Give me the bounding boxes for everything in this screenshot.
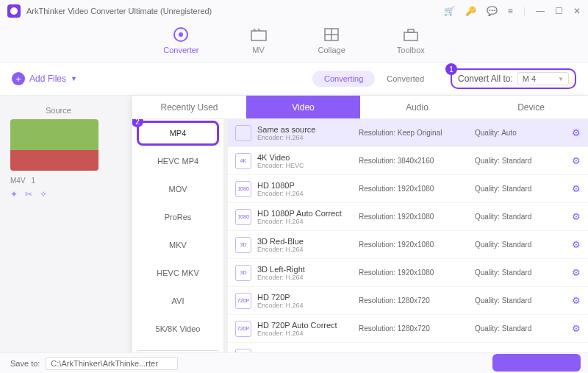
key-icon[interactable]: 🔑 xyxy=(465,6,476,16)
tab-device[interactable]: Device xyxy=(474,96,588,119)
format-mp4[interactable]: 2 MP4 xyxy=(137,121,219,146)
format-panel: Recently Used Video Audio Device 2 MP4 H… xyxy=(132,96,588,371)
app-title: ArkThinker Video Converter Ultimate (Unr… xyxy=(26,7,444,15)
preset-row[interactable]: 3D 3D Left-RightEncoder: H.264 Resolutio… xyxy=(228,259,588,287)
top-nav: Converter MV Collage Toolbox xyxy=(0,22,588,62)
preset-icon: 720P xyxy=(235,293,251,309)
menu-icon[interactable]: ≡ xyxy=(508,6,513,16)
app-logo-icon xyxy=(7,4,21,18)
save-to-label: Save to: xyxy=(10,359,40,368)
close-icon[interactable]: ✕ xyxy=(573,6,581,16)
svg-rect-7 xyxy=(408,29,414,32)
format-hevc-mp4[interactable]: HEVC MP4 xyxy=(132,147,223,175)
cut-icon[interactable]: ✂ xyxy=(25,189,32,199)
gear-icon[interactable]: ⚙ xyxy=(572,155,581,166)
chevron-down-icon: ▼ xyxy=(558,76,564,82)
preset-row[interactable]: 1080 HD 1080PEncoder: H.264 Resolution: … xyxy=(228,175,588,203)
enhance-icon[interactable]: ✧ xyxy=(40,189,47,199)
gear-icon[interactable]: ⚙ xyxy=(572,127,581,138)
toolbox-icon xyxy=(403,26,419,43)
svg-rect-6 xyxy=(404,32,417,40)
format-mkv[interactable]: MKV xyxy=(132,231,223,259)
collage-icon xyxy=(323,26,340,43)
minimize-icon[interactable]: — xyxy=(536,6,545,16)
format-prores[interactable]: ProRes xyxy=(132,203,223,231)
preset-icon: 720P xyxy=(235,321,251,337)
file-card: Source M4V 1 ✦ ✂ ✧ xyxy=(0,96,132,371)
preset-icon xyxy=(235,125,251,141)
convert-button[interactable] xyxy=(492,354,581,372)
format-avi[interactable]: AVI xyxy=(132,287,223,315)
nav-collage[interactable]: Collage xyxy=(318,26,345,54)
converter-icon xyxy=(173,26,189,43)
gear-icon[interactable]: ⚙ xyxy=(572,239,581,250)
format-5k8k[interactable]: 5K/8K Video xyxy=(132,315,223,343)
size-label: 1 xyxy=(32,177,36,185)
preset-row[interactable]: 720P HD 720P Auto CorrectEncoder: H.264 … xyxy=(228,315,588,343)
preset-icon: 3D xyxy=(235,237,251,253)
svg-rect-2 xyxy=(251,31,266,40)
tab-video[interactable]: Video xyxy=(246,96,360,119)
mv-icon xyxy=(251,26,267,43)
format-hevc-mkv[interactable]: HEVC MKV xyxy=(132,259,223,287)
gear-icon[interactable]: ⚙ xyxy=(572,267,581,278)
nav-toolbox[interactable]: Toolbox xyxy=(397,26,425,54)
toolbar: + Add Files ▼ Converting Converted 1 Con… xyxy=(0,62,588,96)
convert-all-dropdown[interactable]: 1 Convert All to: M 4▼ xyxy=(451,68,576,89)
format-mov[interactable]: MOV xyxy=(132,175,223,203)
preset-icon: 1080 xyxy=(235,209,251,225)
annotation-1: 1 xyxy=(445,63,457,75)
chevron-down-icon: ▼ xyxy=(71,75,77,82)
nav-mv[interactable]: MV xyxy=(251,26,267,54)
preset-icon: 3D xyxy=(235,265,251,281)
preset-row[interactable]: Same as sourceEncoder: H.264 Resolution:… xyxy=(228,119,588,147)
preset-row[interactable]: 720P HD 720PEncoder: H.264 Resolution: 1… xyxy=(228,287,588,315)
nav-converter[interactable]: Converter xyxy=(163,26,198,54)
tab-converting[interactable]: Converting xyxy=(312,71,375,87)
divider: | xyxy=(523,6,526,16)
gear-icon[interactable]: ⚙ xyxy=(572,183,581,194)
preset-icon: 4K xyxy=(235,153,251,169)
preset-row[interactable]: 3D 3D Red-BlueEncoder: H.264 Resolution:… xyxy=(228,231,588,259)
edit-icon[interactable]: ✦ xyxy=(10,189,18,199)
tab-recently-used[interactable]: Recently Used xyxy=(132,96,246,119)
video-thumbnail[interactable] xyxy=(10,119,98,171)
title-bar: ArkThinker Video Converter Ultimate (Unr… xyxy=(0,0,588,22)
chat-icon[interactable]: 💬 xyxy=(487,6,498,16)
tab-audio[interactable]: Audio xyxy=(360,96,474,119)
save-path-input[interactable]: C:\ArkThinker\ArkThinke...rter xyxy=(46,357,178,370)
maximize-icon[interactable]: ☐ xyxy=(555,6,563,16)
format-list: 2 MP4 HEVC MP4 MOV ProRes MKV HEVC MKV A… xyxy=(132,119,224,371)
svg-point-1 xyxy=(179,32,183,37)
cart-icon[interactable]: 🛒 xyxy=(444,6,455,16)
preset-row[interactable]: 4K 4K VideoEncoder: HEVC Resolution: 384… xyxy=(228,147,588,175)
source-label: Source xyxy=(46,106,128,115)
add-files-button[interactable]: + Add Files ▼ xyxy=(12,72,77,85)
gear-icon[interactable]: ⚙ xyxy=(572,295,581,306)
plus-icon: + xyxy=(12,72,25,85)
gear-icon[interactable]: ⚙ xyxy=(572,323,581,334)
format-label: M4V xyxy=(10,177,26,185)
preset-list: Same as sourceEncoder: H.264 Resolution:… xyxy=(228,119,588,371)
tab-converted[interactable]: Converted xyxy=(375,71,436,87)
gear-icon[interactable]: ⚙ xyxy=(572,211,581,222)
annotation-2: 2 xyxy=(132,119,143,127)
footer: Save to: C:\ArkThinker\ArkThinke...rter xyxy=(0,352,588,373)
preset-icon: 1080 xyxy=(235,181,251,197)
preset-row[interactable]: 1080 HD 1080P Auto CorrectEncoder: H.264… xyxy=(228,203,588,231)
